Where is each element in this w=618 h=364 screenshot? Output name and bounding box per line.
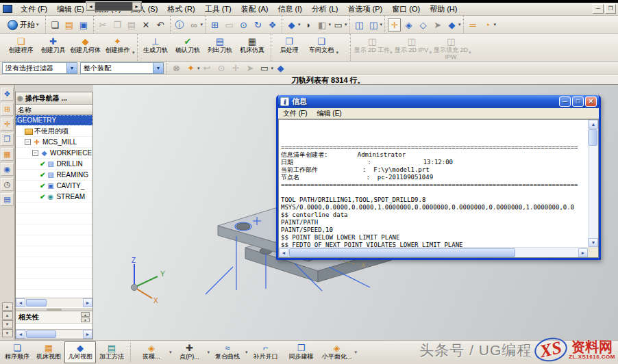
- constraint-navigator-icon[interactable]: ⊞: [1, 103, 14, 116]
- show-filled-2d-ipw-button[interactable]: ◫显示填充 2D IPW: [432, 36, 470, 60]
- assembly-navigator-icon[interactable]: ❖: [1, 88, 14, 101]
- undo-icon[interactable]: ↶: [154, 18, 167, 31]
- open-file-icon[interactable]: ▤: [63, 18, 76, 31]
- show-2d-ipv-button[interactable]: ◫显示 2D IPV: [393, 36, 431, 60]
- collapse-up-icon[interactable]: ▲: [81, 312, 90, 317]
- dependencies-header[interactable]: 相关性 ▲ ▼: [16, 311, 92, 324]
- scroll-down-icon[interactable]: ▼: [589, 238, 598, 247]
- draft-button[interactable]: ◈拔模...: [134, 341, 169, 363]
- highlight-selection-icon[interactable]: ✦: [184, 62, 197, 75]
- info-minimize-button[interactable]: ─: [559, 96, 571, 107]
- navigator-hscrollbar[interactable]: ◄ ►: [16, 298, 92, 307]
- fit-window-icon[interactable]: ⊞: [208, 18, 221, 31]
- save-icon[interactable]: ▣: [77, 18, 90, 31]
- create-program-button[interactable]: ❏创建程序: [5, 36, 37, 60]
- start-button[interactable]: 开始 ▾: [3, 18, 43, 31]
- info-close-button[interactable]: ✕: [585, 96, 597, 107]
- menu-item[interactable]: 编辑 (E): [312, 108, 347, 119]
- menu-item[interactable]: 工具 (T): [200, 3, 236, 16]
- chevron-down-icon[interactable]: ▾: [494, 22, 497, 27]
- chevron-down-icon[interactable]: ▾: [271, 66, 274, 71]
- pin-icon[interactable]: ◉: [17, 94, 23, 102]
- machining-method-view-button[interactable]: ▤加工方法: [96, 341, 127, 363]
- scroll-right-icon[interactable]: ►: [83, 298, 92, 307]
- chevron-down-icon[interactable]: ▾: [132, 50, 135, 55]
- scroll-arrow-icon[interactable]: ▲: [2, 302, 13, 311]
- scroll-arrow-icon[interactable]: ▼: [2, 329, 13, 337]
- chevron-down-icon[interactable]: ▾: [329, 22, 332, 27]
- zoom-icon[interactable]: ⊙: [237, 18, 250, 31]
- measure-distance-icon[interactable]: ═: [467, 18, 480, 31]
- point-button[interactable]: ✚点(P)...: [172, 341, 208, 363]
- snap-midpoint-icon[interactable]: ◆: [445, 18, 458, 31]
- tree-item-mcs-mill[interactable]: − ✔ MCS_MILL: [16, 137, 92, 148]
- composite-curve-button[interactable]: ≈复合曲线: [210, 341, 245, 363]
- shop-documentation-button[interactable]: ❑车间文档: [306, 36, 338, 60]
- scrollbar-thumb[interactable]: [289, 248, 515, 257]
- information-window-titlebar[interactable]: i 信息 ─□✕: [278, 95, 599, 108]
- menu-item[interactable]: 编辑 (E): [52, 3, 89, 16]
- chevron-down-icon[interactable]: ▾: [380, 22, 383, 27]
- dependencies-hscrollbar[interactable]: ◄ ►: [16, 329, 92, 339]
- select-cursor-icon[interactable]: ➤: [244, 62, 257, 75]
- show-2d-workpiece-button[interactable]: ◫显示 2D 工件: [353, 36, 391, 60]
- scrollbar-thumb[interactable]: [26, 299, 47, 307]
- check-icon[interactable]: ✔: [40, 160, 45, 168]
- tree-item-unused-items[interactable]: − ✔ 不使用的项: [16, 126, 92, 137]
- machine-simulation-button[interactable]: ▦机床仿真: [236, 36, 269, 60]
- expander-icon[interactable]: −: [25, 139, 31, 145]
- geometry-view-button[interactable]: ◆几何视图: [64, 341, 96, 363]
- docked-toolbar-scroller[interactable]: ◄ ►: [86, 1, 142, 11]
- scroll-left-icon[interactable]: ◄: [16, 330, 25, 339]
- scrollbar-thumb[interactable]: [26, 330, 56, 338]
- info-vscrollbar[interactable]: ▲ ▼: [588, 120, 598, 247]
- postprocess-button[interactable]: ❒后处理: [273, 36, 306, 60]
- rectangle-select-icon[interactable]: ▭: [258, 62, 271, 75]
- machine-tool-navigator-icon[interactable]: ▦: [1, 148, 14, 161]
- menu-item[interactable]: 首选项 (P): [343, 3, 387, 16]
- menu-item[interactable]: 帮助 (H): [425, 3, 462, 16]
- shaded-display-icon[interactable]: ◆: [285, 18, 298, 31]
- operation-navigator-icon[interactable]: ❒: [1, 133, 14, 146]
- information-text[interactable]: ========================================…: [279, 120, 588, 247]
- face-analysis-icon[interactable]: ◧: [316, 18, 329, 31]
- system-materials-icon[interactable]: ▤: [1, 193, 14, 206]
- tree-item-drilling[interactable]: − ✔ DRILLIN: [16, 159, 92, 170]
- child-minimize-button[interactable]: ─: [593, 4, 604, 14]
- machine-tool-view-button[interactable]: ▦机床视图: [33, 341, 64, 363]
- select-cross-icon[interactable]: ✛: [230, 62, 243, 75]
- select-circle-icon[interactable]: ⊙: [215, 62, 228, 75]
- display-mode-icon[interactable]: ◑: [301, 18, 314, 31]
- selection-scope-dropdown[interactable]: 整个装配 ▼: [80, 62, 164, 74]
- demo-glasses-icon[interactable]: ∞: [188, 18, 201, 31]
- scroll-left-icon[interactable]: ◄: [279, 248, 288, 257]
- menu-item[interactable]: 信息 (I): [273, 3, 306, 16]
- synchronous-modeling-button[interactable]: ❒同步建模: [284, 341, 319, 363]
- generate-toolpath-button[interactable]: ⊥生成刀轨: [140, 36, 172, 60]
- scroll-arrow-icon[interactable]: ▲: [2, 311, 13, 320]
- tree-item-reaming[interactable]: − ✔ REAMING: [16, 170, 92, 181]
- chevron-down-icon[interactable]: ▼: [66, 63, 77, 73]
- check-icon[interactable]: ✔: [40, 193, 45, 200]
- scroll-left-icon[interactable]: ◄: [86, 2, 95, 10]
- chevron-down-icon[interactable]: ▾: [458, 22, 461, 27]
- info-hscrollbar[interactable]: ◄ ►: [279, 247, 588, 257]
- verify-toolpath-button[interactable]: ✔确认刀轨: [172, 36, 204, 60]
- menu-item[interactable]: 文件 (F): [278, 108, 312, 119]
- navigator-header[interactable]: ◉ 操作导航器 ...: [16, 92, 92, 105]
- chevron-down-icon[interactable]: ▾: [469, 50, 471, 55]
- snap-point-icon[interactable]: ◈: [402, 18, 415, 31]
- pan-icon[interactable]: ❖: [266, 18, 279, 31]
- scroll-left-icon[interactable]: ◄: [16, 298, 25, 307]
- scroll-right-icon[interactable]: ►: [83, 330, 92, 339]
- select-arrow-icon[interactable]: ➤: [431, 18, 444, 31]
- information-icon[interactable]: ⓘ: [173, 18, 186, 31]
- zoom-box-icon[interactable]: ▭: [223, 18, 236, 31]
- faceting-button[interactable]: ◈小平面化...: [319, 341, 355, 363]
- snap-view-icon[interactable]: ◫: [367, 18, 380, 31]
- navigator-column-header[interactable]: 名称: [16, 105, 92, 115]
- menu-item[interactable]: 装配 (A): [236, 3, 273, 16]
- patch-opening-button[interactable]: ⌐补片开口: [248, 341, 284, 363]
- snap-options-icon[interactable]: ⊗: [170, 62, 183, 75]
- tree-item-workpiece[interactable]: − ✔ WORKPIECE: [16, 148, 92, 159]
